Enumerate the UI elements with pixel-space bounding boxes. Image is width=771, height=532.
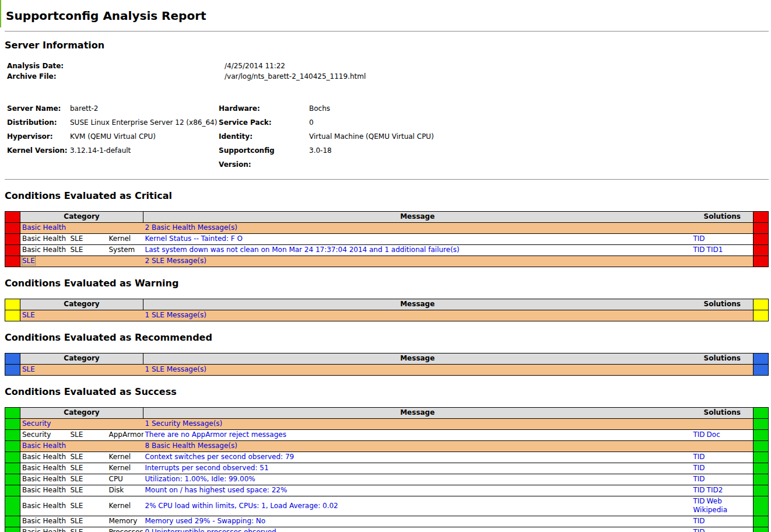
- table-row: SLE2 SLE Message(s): [5, 256, 769, 267]
- solutions-cell: [692, 365, 754, 376]
- solution-link[interactable]: Wikipedia: [693, 506, 728, 514]
- server-info-value: KVM (QEMU Virtual CPU): [70, 130, 219, 144]
- server-info-label: Server Name:: [7, 102, 70, 116]
- solution-link[interactable]: TID: [693, 453, 705, 461]
- server-info-detail-row: Hypervisor:KVM (QEMU Virtual CPU)Identit…: [7, 130, 769, 144]
- solution-link[interactable]: TID: [693, 475, 705, 484]
- category-group-link[interactable]: SLE: [22, 257, 35, 265]
- solution-link[interactable]: TID: [693, 486, 705, 495]
- server-info-label: Distribution:: [7, 116, 70, 130]
- message-link[interactable]: Context switches per second observed: 79: [145, 453, 295, 461]
- table-row: SecuritySLEAppArmorThere are no AppArmor…: [5, 430, 769, 441]
- server-info-heading: Server Information: [5, 40, 769, 51]
- severity-band: [754, 419, 769, 430]
- message-cell: Mount on / has highest used space: 22%: [143, 485, 692, 496]
- category-cell: SLE: [20, 310, 143, 321]
- message-cell: 2 Basic Health Message(s): [143, 223, 692, 234]
- table-row: Basic HealthSLEKernel2% CPU load within …: [5, 496, 769, 516]
- solutions-cell: TID: [692, 516, 754, 527]
- title-divider: [5, 31, 769, 32]
- solution-link[interactable]: TID: [693, 430, 705, 439]
- server-info-label: Identity:: [219, 130, 309, 144]
- column-header-solutions: Solutions: [692, 354, 754, 365]
- column-header-message: Message: [143, 408, 692, 419]
- conditions-sections: Conditions Evaluated as CriticalCategory…: [5, 190, 769, 532]
- category-cell: Basic Health: [20, 485, 69, 496]
- message-link[interactable]: There are no AppArmor reject messages: [145, 430, 286, 439]
- category-cell: Kernel: [107, 496, 143, 516]
- solution-link[interactable]: TID: [693, 517, 705, 526]
- server-info-label: Hypervisor:: [7, 130, 70, 144]
- server-info-detail-row: Distribution:SUSE Linux Enterprise Serve…: [7, 116, 769, 130]
- conditions-table-recommended: CategoryMessageSolutionsSLE1 SLE Message…: [5, 353, 769, 376]
- severity-band: [5, 365, 20, 376]
- solution-link[interactable]: TID: [693, 246, 705, 254]
- table-header-row: CategoryMessageSolutions: [5, 354, 769, 365]
- section-heading-success: Conditions Evaluated as Success: [5, 386, 769, 398]
- category-cell: SLE: [69, 245, 107, 256]
- solution-link[interactable]: TID1: [707, 246, 723, 254]
- message-link[interactable]: Last system down was not clean on Mon Ma…: [145, 246, 460, 254]
- category-group-link[interactable]: Security: [22, 419, 51, 428]
- message-link[interactable]: Interrupts per second observed: 51: [145, 464, 269, 472]
- solution-link[interactable]: Doc: [707, 430, 720, 439]
- severity-band: [754, 223, 769, 234]
- severity-band: [754, 365, 769, 376]
- server-info-meta-row: Archive File:/var/log/nts_barett-2_14042…: [7, 71, 769, 82]
- message-count-link[interactable]: 1 SLE Message(s): [145, 365, 206, 373]
- message-count-link[interactable]: 1 Security Message(s): [145, 419, 223, 428]
- column-header-solutions: Solutions: [692, 299, 754, 310]
- category-group-link[interactable]: SLE: [22, 311, 35, 319]
- message-count-link[interactable]: 2 Basic Health Message(s): [145, 223, 237, 232]
- message-link[interactable]: Utilization: 1.00%, Idle: 99.00%: [145, 475, 255, 483]
- message-link[interactable]: 0 Uninterruptible processes observed: [145, 528, 276, 532]
- category-group-link[interactable]: Basic Health: [22, 442, 66, 450]
- message-link[interactable]: Mount on / has highest used space: 22%: [145, 486, 288, 494]
- category-group-link[interactable]: SLE: [22, 365, 35, 373]
- solution-link[interactable]: TID: [693, 528, 705, 532]
- message-count-link[interactable]: 1 SLE Message(s): [145, 311, 206, 319]
- column-header-message: Message: [143, 212, 692, 223]
- server-info-divider: [5, 179, 769, 180]
- category-cell: SLE: [69, 452, 107, 463]
- solution-link[interactable]: TID: [693, 497, 705, 506]
- server-info-value: barett-2: [70, 102, 219, 116]
- severity-band: [754, 212, 769, 223]
- solutions-cell: TIDWebWikipedia: [692, 496, 754, 516]
- message-link[interactable]: Kernel Status -- Tainted: F O: [145, 235, 243, 243]
- solutions-cell: TIDTID2: [692, 485, 754, 496]
- message-cell: Interrupts per second observed: 51: [143, 463, 692, 474]
- category-cell: Basic Health: [20, 474, 69, 485]
- severity-band: [754, 485, 769, 496]
- solution-link[interactable]: TID: [693, 464, 705, 473]
- conditions-table-success: CategoryMessageSolutionsSecurity1 Securi…: [5, 407, 769, 532]
- category-cell: SLE: [69, 463, 107, 474]
- severity-band: [5, 463, 20, 474]
- severity-band: [5, 430, 20, 441]
- message-link[interactable]: Memory used 29% - Swapping: No: [145, 517, 266, 525]
- category-cell: Basic Health: [20, 516, 69, 527]
- message-count-link[interactable]: 8 Basic Health Message(s): [145, 442, 237, 450]
- severity-band: [5, 516, 20, 527]
- table-row: SLE1 SLE Message(s): [5, 310, 769, 321]
- column-header-message: Message: [143, 354, 692, 365]
- category-cell: Basic Health: [20, 245, 69, 256]
- server-info-value: 3.0-18: [309, 144, 769, 172]
- category-cell: SLE: [69, 234, 107, 245]
- table-row: Basic HealthSLECPUUtilization: 1.00%, Id…: [5, 474, 769, 485]
- message-cell: 2 SLE Message(s): [143, 256, 692, 267]
- solution-link[interactable]: TID2: [707, 486, 723, 495]
- category-group-link[interactable]: Basic Health: [22, 223, 66, 232]
- table-row: Basic Health2 Basic Health Message(s): [5, 223, 769, 234]
- table-row: Basic HealthSLEKernelKernel Status -- Ta…: [5, 234, 769, 245]
- server-info-label: Kernel Version:: [7, 144, 70, 172]
- solution-link[interactable]: Web: [707, 497, 722, 506]
- message-count-link[interactable]: 2 SLE Message(s): [145, 257, 206, 265]
- message-cell: Utilization: 1.00%, Idle: 99.00%: [143, 474, 692, 485]
- severity-band: [754, 310, 769, 321]
- category-cell: Basic Health: [20, 496, 69, 516]
- server-info-value: Virtual Machine (QEMU Virtual CPU): [309, 130, 769, 144]
- severity-band: [5, 212, 20, 223]
- solution-link[interactable]: TID: [693, 235, 705, 243]
- message-link[interactable]: 2% CPU load within limits, CPUs: 1, Load…: [145, 502, 338, 510]
